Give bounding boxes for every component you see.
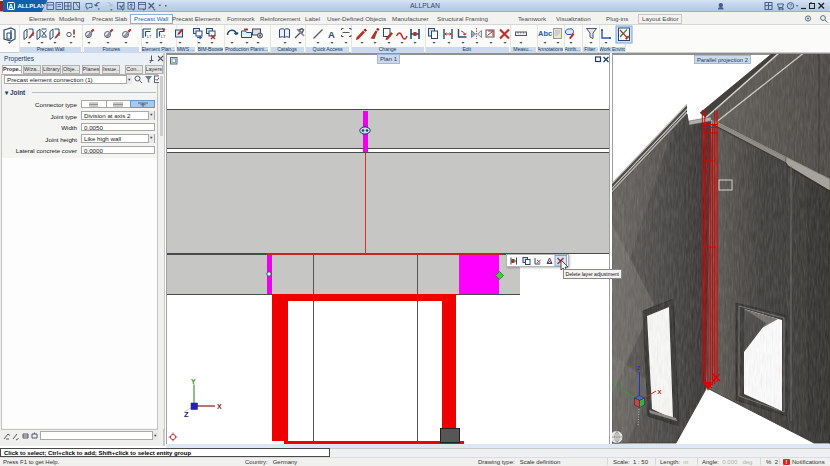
svg-text:Abc: Abc: [538, 29, 552, 38]
svg-text:Z: Z: [184, 410, 189, 419]
svg-text:A: A: [328, 29, 335, 40]
svg-text:Y: Y: [191, 378, 196, 385]
svg-text:X: X: [217, 403, 222, 410]
svg-text:Z: Z: [637, 365, 641, 371]
svg-text:Y: Y: [614, 381, 618, 387]
svg-text:?: ?: [789, 3, 792, 9]
svg-text:X: X: [658, 389, 662, 395]
